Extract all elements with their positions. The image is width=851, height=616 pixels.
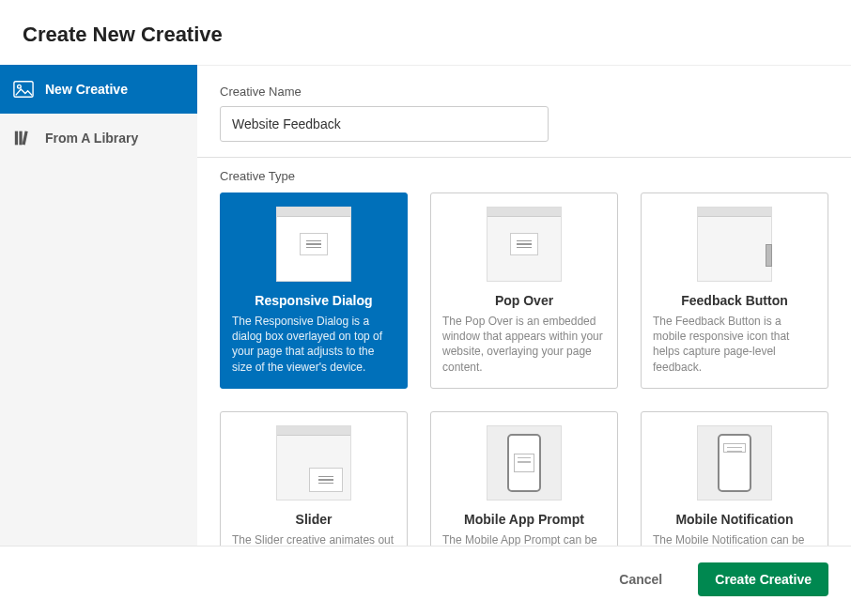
card-description: The Mobile App Prompt can be [442, 532, 606, 546]
sidebar-item-label: New Creative [45, 82, 128, 97]
library-icon [13, 129, 34, 147]
card-title: Mobile Notification [653, 512, 816, 527]
card-title: Mobile App Prompt [442, 512, 606, 527]
card-title: Slider [232, 512, 395, 527]
card-title: Pop Over [442, 293, 606, 308]
creative-type-card[interactable]: Pop OverThe Pop Over is an embedded wind… [430, 192, 618, 389]
svg-rect-3 [19, 131, 22, 146]
card-title: Feedback Button [653, 293, 816, 308]
modal-header: Create New Creative [0, 0, 851, 64]
creative-type-card[interactable]: SliderThe Slider creative animates out [220, 411, 408, 546]
creative-type-card[interactable]: Mobile App PromptThe Mobile App Prompt c… [430, 411, 618, 546]
image-icon [13, 80, 34, 99]
card-description: The Mobile Notification can be [653, 532, 816, 546]
sidebar-item-from-library[interactable]: From A Library [0, 114, 197, 162]
creative-name-label: Creative Name [220, 85, 828, 99]
card-title: Responsive Dialog [232, 293, 395, 308]
creative-type-label: Creative Type [220, 169, 828, 183]
creative-type-section: Creative Type Responsive DialogThe Respo… [197, 158, 851, 546]
svg-point-1 [18, 85, 22, 88]
modal-body: New Creative From A Library Creative Nam… [0, 64, 851, 546]
sidebar-item-new-creative[interactable]: New Creative [0, 65, 197, 114]
sidebar: New Creative From A Library [0, 65, 197, 546]
creative-type-card[interactable]: Feedback ButtonThe Feedback Button is a … [641, 192, 828, 389]
svg-rect-4 [23, 131, 28, 145]
card-description: The Responsive Dialog is a dialog box ov… [232, 314, 395, 375]
creative-name-input[interactable] [220, 106, 549, 142]
creative-type-card[interactable]: Mobile NotificationThe Mobile Notificati… [641, 411, 828, 546]
creative-type-card[interactable]: Responsive DialogThe Responsive Dialog i… [220, 192, 408, 389]
sidebar-item-label: From A Library [45, 131, 138, 146]
creative-name-section: Creative Name [197, 66, 851, 158]
svg-rect-2 [15, 131, 18, 146]
main-panel: Creative Name Creative Type Responsive D… [197, 65, 851, 546]
creative-type-grid: Responsive DialogThe Responsive Dialog i… [220, 192, 828, 546]
card-description: The Pop Over is an embedded window that … [442, 314, 606, 375]
card-description: The Feedback Button is a mobile responsi… [653, 314, 816, 375]
create-creative-button[interactable]: Create Creative [698, 562, 828, 596]
modal-footer: Cancel Create Creative [0, 546, 851, 611]
cancel-button[interactable]: Cancel [602, 562, 679, 596]
modal-title: Create New Creative [23, 23, 828, 47]
card-description: The Slider creative animates out [232, 532, 395, 546]
